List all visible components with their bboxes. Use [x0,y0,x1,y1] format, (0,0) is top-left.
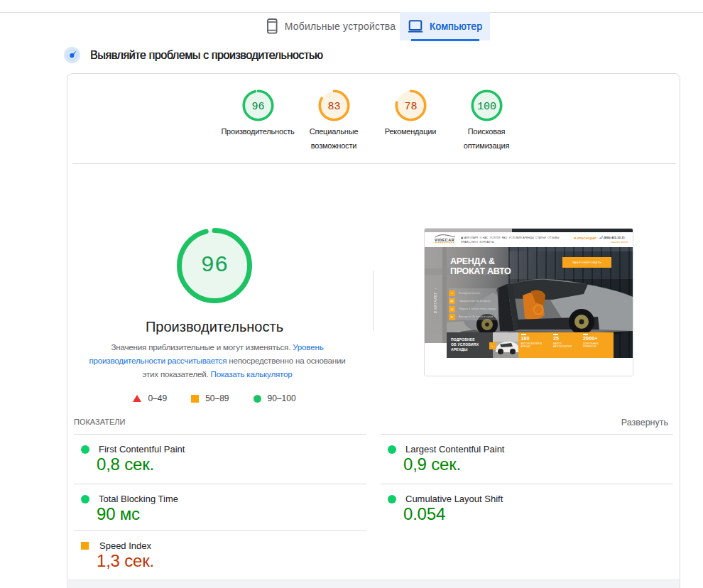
svg-text:96: 96 [201,252,228,278]
svg-text:96: 96 [251,101,264,113]
svg-text:100: 100 [476,101,496,113]
svg-text:83: 83 [327,101,340,113]
svg-text:78: 78 [404,101,417,113]
svg-text:VIDECAR: VIDECAR [435,238,454,242]
